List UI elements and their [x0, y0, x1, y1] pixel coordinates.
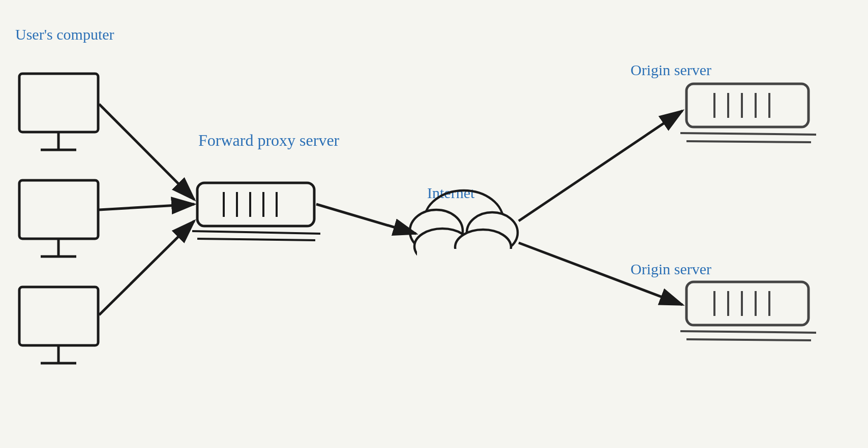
- computer-1-monitor: [19, 74, 98, 132]
- proxy-server-underline-1: [192, 231, 320, 234]
- arrow-computer3-to-proxy: [99, 221, 194, 315]
- proxy-server-box: [197, 183, 314, 226]
- arrow-internet-to-origin2: [519, 243, 682, 305]
- cloud-bottom-cover: [417, 249, 519, 269]
- diagram-svg: [0, 0, 868, 448]
- arrow-proxy-to-internet: [316, 204, 416, 234]
- arrow-internet-to-origin1: [519, 111, 682, 221]
- computer-3-monitor: [19, 287, 98, 345]
- diagram: User's computer Forward proxy server Int…: [0, 0, 868, 448]
- origin-server-2-box: [686, 282, 809, 325]
- origin-server-1-underline-1: [680, 133, 816, 135]
- proxy-server-underline-2: [197, 239, 315, 240]
- origin-server-2-underline-2: [686, 339, 811, 340]
- arrow-computer1-to-proxy: [99, 104, 194, 200]
- origin-server-1-underline-2: [686, 141, 811, 142]
- origin-server-2-underline-1: [680, 331, 816, 333]
- computer-2-monitor: [19, 180, 98, 239]
- arrow-computer2-to-proxy: [99, 204, 194, 210]
- origin-server-1-box: [686, 84, 809, 127]
